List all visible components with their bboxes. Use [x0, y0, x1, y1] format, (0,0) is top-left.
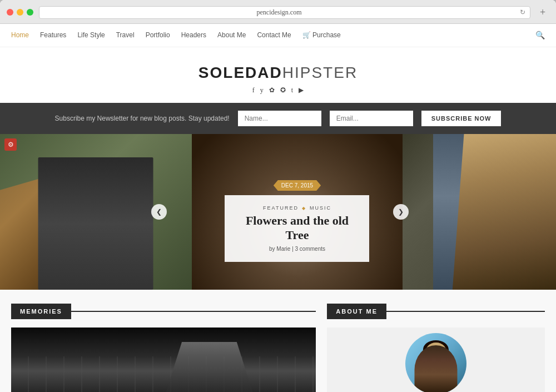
about-section: ABOUT ME [327, 304, 545, 392]
site-header: SOLEDADHIPSTER f y ✿ ✪ t ▶ [0, 47, 556, 103]
address-bar[interactable]: pencidesign.com ↻ [39, 6, 530, 19]
settings-icon[interactable]: ⚙ [4, 138, 17, 151]
slider-prev-button[interactable]: ❮ [151, 204, 167, 220]
memories-title-line [71, 311, 316, 312]
slide-center-panel: DEC 7, 2015 FEATURED ◆ MUSIC Flowers and… [192, 134, 403, 290]
meta-separator: | [292, 246, 294, 252]
nav-item-lifestyle[interactable]: Life Style [77, 31, 105, 39]
about-header: ABOUT ME [327, 304, 545, 319]
minimize-button[interactable] [17, 9, 23, 16]
about-avatar [405, 333, 466, 392]
newsletter-email-input[interactable] [330, 111, 413, 126]
search-icon[interactable]: 🔍 [535, 31, 545, 40]
browser-window: pencidesign.com ↻ + Home Features Life S… [0, 0, 556, 392]
nav-link-contactme[interactable]: Contact Me [257, 31, 291, 39]
about-title-line [386, 311, 545, 312]
site-title-bold: SOLEDAD [198, 64, 282, 81]
subscribe-button[interactable]: SUBSCRIBE NOW [421, 111, 502, 126]
memories-header: MEMORIES [11, 304, 316, 319]
traffic-lights [7, 9, 33, 16]
nav-item-headers[interactable]: Headers [181, 31, 206, 39]
nav-item-contactme[interactable]: Contact Me [257, 31, 291, 39]
arrow-right-icon: ❯ [398, 208, 404, 216]
memories-section: MEMORIES [11, 304, 316, 392]
about-image [327, 328, 545, 392]
meta-by: by [269, 246, 275, 252]
url-text: pencidesign.com [257, 8, 302, 16]
nav-item-purchase[interactable]: 🛒 Purchase [302, 31, 341, 39]
memories-title-box: MEMORIES [11, 304, 71, 319]
arrow-left-icon: ❮ [156, 208, 162, 216]
slide-card: FEATURED ◆ MUSIC Flowers and the old Tre… [225, 195, 369, 262]
top-nav: Home Features Life Style Travel Portfoli… [0, 24, 556, 47]
meta-comments[interactable]: 3 comments [295, 246, 325, 252]
gear-icon: ⚙ [8, 141, 14, 149]
social-instagram-icon[interactable]: ✿ [269, 86, 275, 95]
memories-image [11, 328, 316, 392]
newsletter-name-input[interactable] [238, 111, 321, 126]
social-pinterest-icon[interactable]: ✪ [280, 86, 286, 95]
refresh-icon[interactable]: ↻ [520, 8, 525, 17]
nav-link-purchase[interactable]: 🛒 Purchase [302, 31, 341, 39]
social-youtube-icon[interactable]: ▶ [299, 86, 304, 95]
memories-steps-decoration [11, 356, 316, 392]
nav-item-portfolio[interactable]: Portfolio [146, 31, 170, 39]
nav-item-home[interactable]: Home [11, 31, 29, 39]
nav-link-home[interactable]: Home [11, 31, 29, 39]
nav-link-lifestyle[interactable]: Life Style [77, 31, 105, 39]
maximize-button[interactable] [27, 9, 33, 16]
slide-title: Flowers and the old Tree [241, 214, 353, 242]
category-music[interactable]: MUSIC [310, 205, 331, 211]
social-twitter-icon[interactable]: y [260, 86, 264, 95]
nav-item-features[interactable]: Features [40, 31, 66, 39]
nav-item-travel[interactable]: Travel [116, 31, 135, 39]
slide-overlay-card: DEC 7, 2015 FEATURED ◆ MUSIC Flowers and… [225, 180, 369, 262]
category-separator: ◆ [302, 206, 306, 211]
nav-link-features[interactable]: Features [40, 31, 66, 39]
newsletter-bar: Subscribe my Newsletter for new blog pos… [0, 103, 556, 134]
about-person-decoration [415, 345, 458, 392]
nav-link-headers[interactable]: Headers [181, 31, 206, 39]
slide-meta: by Marie | 3 comments [241, 246, 353, 252]
site-title: SOLEDADHIPSTER [11, 64, 545, 82]
social-tumblr-icon[interactable]: t [291, 86, 293, 95]
newsletter-text: Subscribe my Newsletter for new blog pos… [55, 115, 230, 122]
bottom-section: MEMORIES ABOUT ME [0, 290, 556, 392]
slide-figure-decoration [38, 157, 153, 290]
hero-slider: ⚙ DEC 7, 2015 FEATURE [0, 134, 556, 290]
new-tab-button[interactable]: + [536, 6, 549, 19]
nav-item-aboutme[interactable]: About Me [217, 31, 246, 39]
nav-link-travel[interactable]: Travel [116, 31, 135, 39]
close-button[interactable] [7, 9, 13, 16]
site-content: Home Features Life Style Travel Portfoli… [0, 24, 556, 392]
about-title-box: ABOUT ME [327, 304, 386, 319]
nav-links: Home Features Life Style Travel Portfoli… [11, 31, 341, 39]
slider-next-button[interactable]: ❯ [393, 204, 409, 220]
slide-right-panel [403, 134, 556, 290]
site-title-light: HIPSTER [282, 64, 358, 81]
nav-link-aboutme[interactable]: About Me [217, 31, 246, 39]
browser-chrome: pencidesign.com ↻ + [0, 0, 556, 24]
social-icons: f y ✿ ✪ t ▶ [11, 86, 545, 95]
category-featured[interactable]: FEATURED [263, 205, 299, 211]
slide-categories: FEATURED ◆ MUSIC [241, 205, 353, 211]
social-facebook-icon[interactable]: f [252, 86, 255, 95]
slide-date-badge: DEC 7, 2015 [274, 180, 321, 191]
meta-author[interactable]: Marie [276, 246, 290, 252]
nav-link-portfolio[interactable]: Portfolio [146, 31, 170, 39]
